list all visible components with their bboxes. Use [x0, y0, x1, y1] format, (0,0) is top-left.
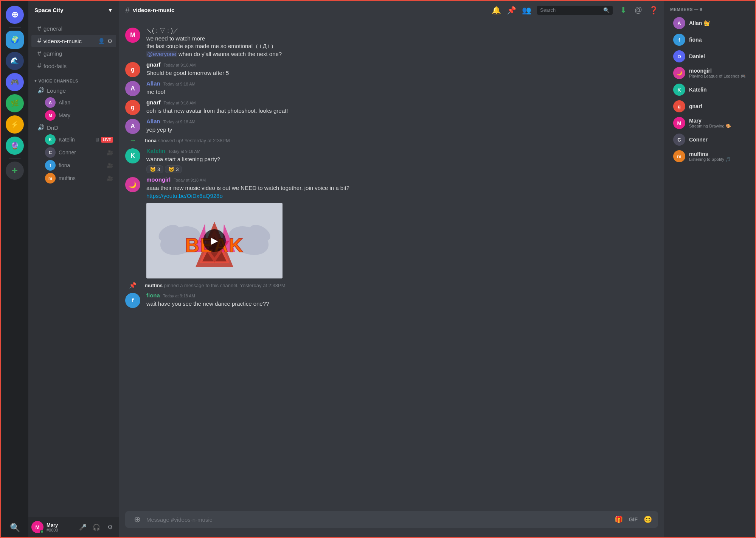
- channel-header-name: videos-n-music: [133, 7, 174, 13]
- server-icon-5[interactable]: ⚡: [6, 115, 24, 134]
- msg-text-gnarf-2: ooh is that new avatar from that photosh…: [146, 107, 658, 115]
- pin-icon[interactable]: 📌: [507, 6, 516, 15]
- members-icon[interactable]: 👥: [522, 6, 531, 15]
- member-item-daniel[interactable]: D Daniel: [667, 48, 752, 65]
- msg-avatar-gnarf-2[interactable]: g: [125, 100, 140, 115]
- channel-name-videos: videos-n-music: [43, 38, 82, 44]
- deafen-button[interactable]: 🎧: [90, 521, 102, 533]
- msg-avatar-fiona[interactable]: f: [125, 293, 140, 308]
- voice-member-name-conner: Conner: [59, 149, 76, 155]
- member-item-katelin[interactable]: K Katelin: [667, 81, 752, 98]
- msg-username-moongirl[interactable]: moongirl: [146, 176, 171, 183]
- member-avatar-allan: A: [673, 17, 685, 29]
- system-actor-fiona: fiona: [145, 138, 157, 143]
- play-button[interactable]: ▶: [203, 229, 226, 252]
- add-member-icon[interactable]: 👤: [98, 38, 105, 45]
- message-input[interactable]: [146, 516, 615, 523]
- discord-home-icon[interactable]: ⊕: [6, 6, 24, 24]
- server-icon-4[interactable]: 🌿: [6, 94, 24, 112]
- member-item-gnarf[interactable]: g gnarf: [667, 98, 752, 115]
- download-icon[interactable]: ⬇: [619, 6, 628, 15]
- message-input-box: ⊕ 🎁 GIF 😊: [125, 511, 658, 528]
- member-name-daniel: Daniel: [689, 53, 749, 59]
- member-item-moongirl[interactable]: 🌙 moongirl Playing League of Legends 🎮: [667, 65, 752, 81]
- video-embed[interactable]: BEAK ▶: [146, 203, 283, 278]
- settings-button[interactable]: ⚙: [104, 521, 116, 533]
- reaction-cat-2[interactable]: 🐱 3: [165, 165, 182, 173]
- gift-icon[interactable]: 🎁: [615, 515, 623, 524]
- reaction-count-2: 3: [176, 166, 179, 172]
- member-item-muffins[interactable]: m muffins Listening to Spotify 🎵: [667, 148, 752, 165]
- channel-item-videos-n-music[interactable]: # videos-n-music 👤 ⚙: [31, 35, 116, 47]
- msg-username-allan-2[interactable]: Allan: [146, 118, 160, 124]
- server-icon-2[interactable]: 🌊: [6, 52, 24, 70]
- channel-item-gaming[interactable]: # gaming: [31, 47, 116, 60]
- msg-avatar-katelin[interactable]: K: [125, 148, 140, 163]
- member-item-fiona[interactable]: f fiona: [667, 31, 752, 48]
- discover-icon[interactable]: 🔍: [10, 523, 19, 532]
- voice-section-label: VOICE CHANNELS: [39, 79, 78, 83]
- at-icon[interactable]: @: [634, 6, 643, 15]
- msg-header-gnarf-2: gnarf Today at 9:18 AM: [146, 99, 658, 106]
- member-item-mary[interactable]: M Mary Streaming Drawing 🎨: [667, 115, 752, 131]
- search-box[interactable]: Search 🔍: [537, 6, 613, 15]
- channel-sidebar: Space City ▼ # general # videos-n-music …: [28, 1, 119, 537]
- message-group-continued: M ＼(；▽；)／ we need to watch more the last…: [119, 25, 664, 60]
- reaction-cat-1[interactable]: 🐱 3: [146, 165, 163, 173]
- voice-member-avatar-katelin: K: [45, 134, 56, 145]
- cam-icon-muffins: 🎥: [107, 176, 113, 181]
- help-icon[interactable]: ❓: [649, 6, 658, 15]
- server-icon-3[interactable]: 🎮: [6, 73, 24, 91]
- msg-avatar-gnarf[interactable]: g: [125, 62, 140, 77]
- settings-icon[interactable]: ⚙: [106, 38, 113, 45]
- member-avatar-fiona: f: [673, 34, 685, 46]
- channel-item-food-fails[interactable]: # food-fails: [31, 60, 116, 72]
- member-item-allan[interactable]: A Allan 👑: [667, 15, 752, 31]
- youtube-link[interactable]: https://youtu.be/OiDx6aQ928o: [146, 193, 223, 199]
- voice-member-allan[interactable]: A Allan: [31, 96, 116, 109]
- channel-name-food-fails: food-fails: [43, 63, 67, 69]
- msg-username-fiona[interactable]: fiona: [146, 292, 160, 299]
- voice-channel-lounge[interactable]: 🔊 Lounge: [31, 85, 116, 96]
- channel-item-general[interactable]: # general: [31, 22, 116, 35]
- server-icon-1[interactable]: 🌍: [6, 31, 24, 49]
- reactions-katelin: 🐱 3 🐱 3: [146, 165, 658, 173]
- msg-username-gnarf-2[interactable]: gnarf: [146, 99, 161, 106]
- add-attachment-button[interactable]: ⊕: [131, 513, 143, 526]
- msg-avatar-moongirl[interactable]: 🌙: [125, 177, 140, 192]
- msg-header-allan-1: Allan Today at 9:18 AM: [146, 80, 658, 87]
- voice-member-katelin[interactable]: K Katelin 🖥 LIVE: [31, 133, 116, 146]
- user-name: Mary: [47, 522, 74, 528]
- add-server-button[interactable]: +: [6, 162, 24, 180]
- notification-bell-icon[interactable]: 🔔: [492, 6, 501, 15]
- msg-username-katelin[interactable]: Katelin: [146, 148, 165, 154]
- msg-username-gnarf[interactable]: gnarf: [146, 61, 161, 68]
- emoji-button[interactable]: 😊: [644, 515, 652, 524]
- msg-content-fiona: fiona Today at 9:18 AM wait have you see…: [146, 292, 658, 308]
- msg-avatar-allan-2[interactable]: A: [125, 119, 140, 134]
- mute-button[interactable]: 🎤: [77, 521, 89, 533]
- collapse-icon: ▾: [34, 78, 37, 83]
- reaction-count-1: 3: [157, 166, 160, 172]
- voice-member-conner[interactable]: C Conner 🎥: [31, 146, 116, 159]
- voice-member-mary[interactable]: M Mary: [31, 109, 116, 122]
- server-icon-6[interactable]: 🔮: [6, 137, 24, 155]
- messages-area: M ＼(；▽；)／ we need to watch more the last…: [119, 19, 664, 511]
- server-dropdown-icon[interactable]: ▼: [107, 7, 113, 13]
- conner-icons: 🎥: [107, 150, 113, 155]
- voice-channel-dnd[interactable]: 🔊 DnD: [31, 122, 116, 133]
- message-group-allan-2: A Allan Today at 9:18 AM yep yep ty: [119, 117, 664, 135]
- voice-member-name-allan: Allan: [59, 100, 70, 106]
- hash-icon-3: #: [37, 50, 41, 58]
- member-info-moongirl: moongirl Playing League of Legends 🎮: [689, 68, 749, 79]
- member-item-conner[interactable]: C Conner: [667, 131, 752, 148]
- msg-content-mary-top: ＼(；▽；)／ we need to watch more the last c…: [146, 27, 658, 58]
- voice-member-muffins[interactable]: m muffins 🎥: [31, 172, 116, 185]
- gif-button[interactable]: GIF: [627, 516, 639, 523]
- msg-username-allan-1[interactable]: Allan: [146, 80, 160, 87]
- voice-member-fiona[interactable]: f fiona 🎥: [31, 159, 116, 172]
- hash-icon: #: [37, 25, 41, 33]
- server-header[interactable]: Space City ▼: [28, 1, 119, 19]
- msg-avatar-allan-1[interactable]: A: [125, 81, 140, 96]
- voice-channels-header[interactable]: ▾ VOICE CHANNELS: [28, 72, 119, 85]
